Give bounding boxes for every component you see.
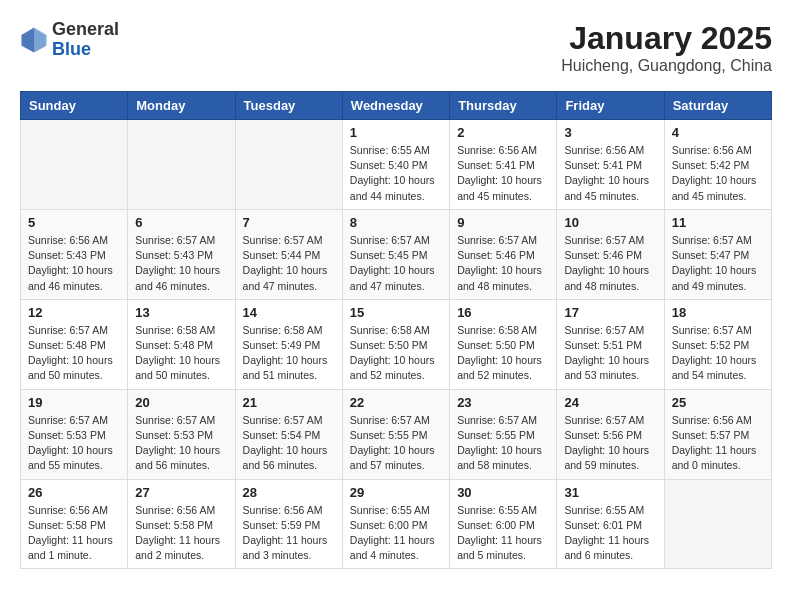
day-number: 7	[243, 215, 335, 230]
logo-text: General Blue	[52, 20, 119, 60]
day-info: Sunrise: 6:56 AM Sunset: 5:58 PM Dayligh…	[28, 503, 120, 564]
day-info: Sunrise: 6:57 AM Sunset: 5:45 PM Dayligh…	[350, 233, 442, 294]
weekday-header-monday: Monday	[128, 92, 235, 120]
day-number: 11	[672, 215, 764, 230]
svg-marker-1	[34, 27, 47, 52]
calendar-cell: 18Sunrise: 6:57 AM Sunset: 5:52 PM Dayli…	[664, 299, 771, 389]
day-number: 17	[564, 305, 656, 320]
day-info: Sunrise: 6:57 AM Sunset: 5:51 PM Dayligh…	[564, 323, 656, 384]
calendar-cell: 29Sunrise: 6:55 AM Sunset: 6:00 PM Dayli…	[342, 479, 449, 569]
calendar-cell	[21, 120, 128, 210]
day-info: Sunrise: 6:57 AM Sunset: 5:43 PM Dayligh…	[135, 233, 227, 294]
calendar-cell	[664, 479, 771, 569]
calendar-cell: 11Sunrise: 6:57 AM Sunset: 5:47 PM Dayli…	[664, 209, 771, 299]
day-info: Sunrise: 6:57 AM Sunset: 5:52 PM Dayligh…	[672, 323, 764, 384]
weekday-header-wednesday: Wednesday	[342, 92, 449, 120]
day-info: Sunrise: 6:58 AM Sunset: 5:48 PM Dayligh…	[135, 323, 227, 384]
calendar-cell: 22Sunrise: 6:57 AM Sunset: 5:55 PM Dayli…	[342, 389, 449, 479]
calendar-cell: 8Sunrise: 6:57 AM Sunset: 5:45 PM Daylig…	[342, 209, 449, 299]
day-number: 21	[243, 395, 335, 410]
page-header: General Blue January 2025 Huicheng, Guan…	[20, 20, 772, 75]
title-block: January 2025 Huicheng, Guangdong, China	[561, 20, 772, 75]
day-number: 28	[243, 485, 335, 500]
day-info: Sunrise: 6:57 AM Sunset: 5:48 PM Dayligh…	[28, 323, 120, 384]
day-info: Sunrise: 6:56 AM Sunset: 5:59 PM Dayligh…	[243, 503, 335, 564]
calendar-cell: 6Sunrise: 6:57 AM Sunset: 5:43 PM Daylig…	[128, 209, 235, 299]
calendar-table: SundayMondayTuesdayWednesdayThursdayFrid…	[20, 91, 772, 569]
calendar-cell: 5Sunrise: 6:56 AM Sunset: 5:43 PM Daylig…	[21, 209, 128, 299]
day-info: Sunrise: 6:58 AM Sunset: 5:50 PM Dayligh…	[350, 323, 442, 384]
logo-general-text: General	[52, 20, 119, 40]
calendar-cell	[235, 120, 342, 210]
calendar-week-row: 5Sunrise: 6:56 AM Sunset: 5:43 PM Daylig…	[21, 209, 772, 299]
calendar-cell: 26Sunrise: 6:56 AM Sunset: 5:58 PM Dayli…	[21, 479, 128, 569]
day-number: 30	[457, 485, 549, 500]
calendar-cell	[128, 120, 235, 210]
day-number: 29	[350, 485, 442, 500]
logo-icon	[20, 26, 48, 54]
day-number: 19	[28, 395, 120, 410]
day-info: Sunrise: 6:56 AM Sunset: 5:58 PM Dayligh…	[135, 503, 227, 564]
calendar-cell: 25Sunrise: 6:56 AM Sunset: 5:57 PM Dayli…	[664, 389, 771, 479]
day-number: 9	[457, 215, 549, 230]
weekday-header-friday: Friday	[557, 92, 664, 120]
calendar-cell: 10Sunrise: 6:57 AM Sunset: 5:46 PM Dayli…	[557, 209, 664, 299]
day-number: 6	[135, 215, 227, 230]
weekday-header-sunday: Sunday	[21, 92, 128, 120]
svg-marker-2	[21, 27, 34, 52]
day-info: Sunrise: 6:58 AM Sunset: 5:49 PM Dayligh…	[243, 323, 335, 384]
day-number: 2	[457, 125, 549, 140]
calendar-cell: 12Sunrise: 6:57 AM Sunset: 5:48 PM Dayli…	[21, 299, 128, 389]
calendar-cell: 4Sunrise: 6:56 AM Sunset: 5:42 PM Daylig…	[664, 120, 771, 210]
day-info: Sunrise: 6:58 AM Sunset: 5:50 PM Dayligh…	[457, 323, 549, 384]
day-number: 25	[672, 395, 764, 410]
calendar-cell: 16Sunrise: 6:58 AM Sunset: 5:50 PM Dayli…	[450, 299, 557, 389]
calendar-cell: 20Sunrise: 6:57 AM Sunset: 5:53 PM Dayli…	[128, 389, 235, 479]
calendar-cell: 3Sunrise: 6:56 AM Sunset: 5:41 PM Daylig…	[557, 120, 664, 210]
logo-blue-text: Blue	[52, 40, 119, 60]
weekday-header-thursday: Thursday	[450, 92, 557, 120]
day-info: Sunrise: 6:57 AM Sunset: 5:53 PM Dayligh…	[28, 413, 120, 474]
day-number: 3	[564, 125, 656, 140]
day-info: Sunrise: 6:55 AM Sunset: 6:00 PM Dayligh…	[350, 503, 442, 564]
calendar-cell: 14Sunrise: 6:58 AM Sunset: 5:49 PM Dayli…	[235, 299, 342, 389]
day-info: Sunrise: 6:57 AM Sunset: 5:56 PM Dayligh…	[564, 413, 656, 474]
day-number: 24	[564, 395, 656, 410]
weekday-header-row: SundayMondayTuesdayWednesdayThursdayFrid…	[21, 92, 772, 120]
day-number: 20	[135, 395, 227, 410]
day-number: 15	[350, 305, 442, 320]
weekday-header-saturday: Saturday	[664, 92, 771, 120]
calendar-cell: 19Sunrise: 6:57 AM Sunset: 5:53 PM Dayli…	[21, 389, 128, 479]
day-info: Sunrise: 6:55 AM Sunset: 6:01 PM Dayligh…	[564, 503, 656, 564]
day-info: Sunrise: 6:57 AM Sunset: 5:55 PM Dayligh…	[350, 413, 442, 474]
calendar-week-row: 12Sunrise: 6:57 AM Sunset: 5:48 PM Dayli…	[21, 299, 772, 389]
day-number: 8	[350, 215, 442, 230]
day-number: 27	[135, 485, 227, 500]
calendar-cell: 31Sunrise: 6:55 AM Sunset: 6:01 PM Dayli…	[557, 479, 664, 569]
day-info: Sunrise: 6:56 AM Sunset: 5:41 PM Dayligh…	[564, 143, 656, 204]
calendar-cell: 9Sunrise: 6:57 AM Sunset: 5:46 PM Daylig…	[450, 209, 557, 299]
day-info: Sunrise: 6:57 AM Sunset: 5:46 PM Dayligh…	[457, 233, 549, 294]
calendar-location: Huicheng, Guangdong, China	[561, 57, 772, 75]
day-info: Sunrise: 6:55 AM Sunset: 6:00 PM Dayligh…	[457, 503, 549, 564]
calendar-cell: 30Sunrise: 6:55 AM Sunset: 6:00 PM Dayli…	[450, 479, 557, 569]
logo: General Blue	[20, 20, 119, 60]
calendar-cell: 2Sunrise: 6:56 AM Sunset: 5:41 PM Daylig…	[450, 120, 557, 210]
day-info: Sunrise: 6:56 AM Sunset: 5:43 PM Dayligh…	[28, 233, 120, 294]
day-number: 12	[28, 305, 120, 320]
day-number: 14	[243, 305, 335, 320]
day-info: Sunrise: 6:56 AM Sunset: 5:41 PM Dayligh…	[457, 143, 549, 204]
day-info: Sunrise: 6:57 AM Sunset: 5:47 PM Dayligh…	[672, 233, 764, 294]
calendar-cell: 21Sunrise: 6:57 AM Sunset: 5:54 PM Dayli…	[235, 389, 342, 479]
day-info: Sunrise: 6:57 AM Sunset: 5:55 PM Dayligh…	[457, 413, 549, 474]
day-info: Sunrise: 6:57 AM Sunset: 5:53 PM Dayligh…	[135, 413, 227, 474]
calendar-week-row: 26Sunrise: 6:56 AM Sunset: 5:58 PM Dayli…	[21, 479, 772, 569]
day-number: 26	[28, 485, 120, 500]
day-number: 10	[564, 215, 656, 230]
day-number: 23	[457, 395, 549, 410]
day-info: Sunrise: 6:57 AM Sunset: 5:46 PM Dayligh…	[564, 233, 656, 294]
calendar-cell: 17Sunrise: 6:57 AM Sunset: 5:51 PM Dayli…	[557, 299, 664, 389]
day-number: 5	[28, 215, 120, 230]
day-number: 13	[135, 305, 227, 320]
day-number: 1	[350, 125, 442, 140]
